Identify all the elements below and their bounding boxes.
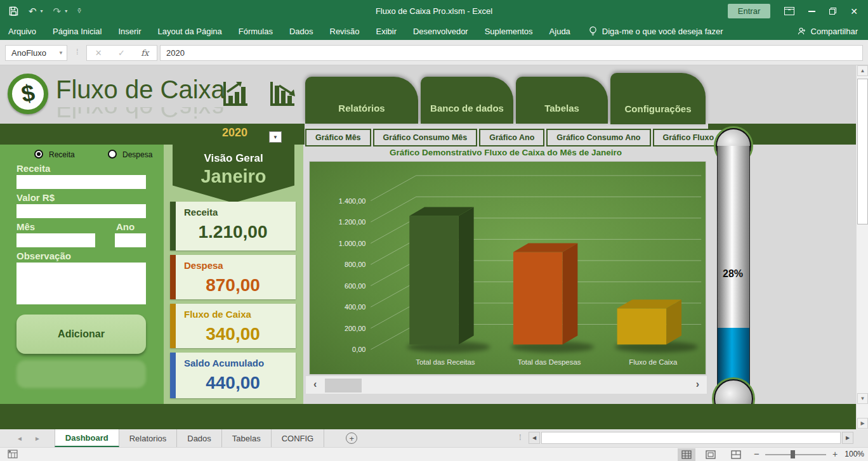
scroll-right-end-icon[interactable]: ▶ [857, 418, 868, 429]
chart-tab-grafico-mes[interactable]: Gráfico Mês [305, 129, 371, 146]
card-value: 440,00 [170, 373, 296, 393]
ribbon-tab-ajuda[interactable]: Ajuda [541, 22, 579, 40]
sheet-nav-prev-icon[interactable]: ◄ [16, 435, 23, 442]
mes-input[interactable] [16, 233, 95, 247]
name-box[interactable]: AnoFluxo▼ [5, 45, 67, 61]
chart-tab-grafico-ano[interactable]: Gráfico Ano [479, 129, 544, 146]
formula-bar-divider: ⁞ [76, 47, 79, 56]
confirm-entry-icon[interactable]: ✓ [118, 48, 125, 58]
sheetbar-resize-handle[interactable]: ⁞ [519, 432, 522, 442]
dashboard-tab-relatorios[interactable]: Relatórios [305, 77, 418, 124]
ribbon-tab-layout[interactable]: Layout da Página [150, 22, 230, 40]
mes-field-label: Mês [16, 221, 35, 232]
restore-button[interactable] [829, 8, 836, 15]
ano-input[interactable] [115, 233, 146, 247]
share-button[interactable]: Compartilhar [797, 27, 858, 36]
card-value: 340,00 [170, 324, 296, 344]
formula-input[interactable]: 2020 [160, 45, 863, 61]
ribbon-tab-suplementos[interactable]: Suplementos [477, 22, 541, 40]
dashboard-tab-tabelas[interactable]: Tabelas [516, 77, 608, 124]
app-logo-reflection: Fluxo de Caixa [56, 107, 225, 122]
sign-in-button[interactable]: Entrar [728, 4, 770, 18]
zoom-slider-thumb[interactable] [791, 450, 795, 458]
dollar-logo-icon: $ [8, 74, 48, 114]
sheet-tab-tabelas[interactable]: Tabelas [222, 429, 272, 447]
svg-text:Total das Receitas: Total das Receitas [416, 358, 475, 366]
scroll-up-icon[interactable]: ▲ [857, 65, 868, 76]
ribbon-tab-revisao[interactable]: Revisão [322, 22, 368, 40]
card-saldo-acumulado: Saldo Acumulado440,00 [170, 353, 296, 398]
scroll-right-icon[interactable]: › [696, 379, 699, 390]
hscroll-track[interactable] [541, 432, 841, 444]
ribbon-tab-formulas[interactable]: Fórmulas [230, 22, 281, 40]
tell-me-box[interactable]: Diga-me o que você deseja fazer [589, 26, 723, 37]
ano-field-label: Ano [116, 221, 135, 232]
scroll-down-icon[interactable]: ▼ [857, 393, 868, 404]
svg-text:1.200,00: 1.200,00 [339, 218, 366, 226]
hscroll-left-icon[interactable]: ◀ [529, 432, 540, 444]
view-page-break-button[interactable] [727, 448, 745, 461]
macro-record-icon[interactable] [8, 450, 18, 458]
sheet-tab-config[interactable]: CONFIG [272, 429, 325, 447]
grid-view-icon [681, 450, 692, 459]
insert-function-icon[interactable]: fx [141, 48, 148, 58]
observacao-input[interactable] [16, 263, 146, 304]
ribbon-tab-inserir[interactable]: Inserir [110, 22, 149, 40]
ribbon-display-options-icon[interactable] [784, 7, 794, 15]
receita-radio-label: Receita [49, 150, 75, 159]
zoom-percent-label[interactable]: 100% [841, 450, 864, 458]
new-sheet-button[interactable]: + [346, 432, 357, 444]
sheet-tab-dados[interactable]: Dados [177, 429, 222, 447]
ribbon-tab-pagina-inicial[interactable]: Página Inicial [44, 22, 110, 40]
adicionar-button[interactable]: Adicionar [16, 315, 146, 354]
ribbon-tab-exibir[interactable]: Exibir [367, 22, 405, 40]
sheet-tab-relatorios[interactable]: Relatorios [119, 429, 178, 447]
year-dropdown-button[interactable]: ▼ [269, 131, 282, 143]
svg-text:800,00: 800,00 [345, 261, 365, 268]
close-button[interactable]: ✕ [850, 6, 858, 16]
page-break-icon [731, 450, 741, 459]
card-value: 870,00 [170, 275, 296, 295]
zoom-in-button[interactable]: + [832, 449, 838, 459]
person-icon [797, 27, 806, 36]
dashboard-tab-banco-de-dados[interactable]: Banco de dados [421, 77, 513, 124]
svg-text:600,00: 600,00 [345, 282, 365, 290]
card-fluxo-de-caixa: Fluxo de Caixa340,00 [170, 304, 296, 348]
card-receita: Receita1.210,00 [170, 202, 296, 250]
view-page-layout-button[interactable] [702, 448, 720, 461]
valor-input[interactable] [16, 204, 146, 218]
chart-tab-grafico-consumo-ano[interactable]: Gráfico Consumo Ano [546, 129, 650, 146]
excel-window: ↶▾ ↷▾ ▿̄ Fluxo de Caixa Pro.xlsm - Excel… [0, 0, 868, 461]
ribbon-tab-arquivo[interactable]: Arquivo [0, 22, 44, 40]
minimize-button[interactable] [808, 11, 815, 12]
sheet-nav-next-icon[interactable]: ► [34, 435, 41, 442]
chart-tab-grafico-consumo-mes[interactable]: Gráfico Consumo Mês [373, 129, 478, 146]
zoom-out-button[interactable]: − [754, 448, 760, 459]
svg-text:1.400,00: 1.400,00 [339, 197, 366, 205]
observacao-field-label: Observação [16, 250, 71, 261]
scrollbar-thumb[interactable] [325, 379, 362, 393]
dashboard-tab-configuracoes[interactable]: Configurações [610, 73, 706, 124]
vertical-scrollbar[interactable]: ▲ ▼ ▶ [856, 65, 868, 429]
sheet-tab-bar: ◄► Dashboard Relatorios Dados Tabelas CO… [0, 429, 868, 447]
despesa-radio-label: Despesa [122, 150, 152, 159]
receita-radio[interactable] [34, 150, 43, 159]
hscroll-right-icon[interactable]: ▶ [842, 432, 853, 444]
formula-bar: AnoFluxo▼ ⁞ ✕ ✓ fx 2020 [0, 40, 868, 65]
zoom-slider-track[interactable] [765, 454, 826, 455]
vscrollbar-thumb[interactable] [857, 79, 868, 224]
ribbon-tab-dados[interactable]: Dados [281, 22, 322, 40]
cancel-entry-icon[interactable]: ✕ [95, 48, 102, 58]
app-logo-title: Fluxo de Caixa [56, 75, 225, 104]
lightbulb-icon [589, 26, 597, 37]
despesa-radio[interactable] [108, 150, 117, 159]
ribbon-tab-desenvolvedor[interactable]: Desenvolvedor [405, 22, 477, 40]
workbook-horizontal-scrollbar[interactable]: ◀ ▶ [529, 432, 853, 444]
view-normal-button[interactable] [678, 448, 695, 461]
scroll-left-icon[interactable]: ‹ [313, 379, 317, 390]
receita-input[interactable] [16, 175, 146, 189]
chart-tab-grafico-fluxo[interactable]: Gráfico Fluxo [653, 129, 725, 146]
chart-scrollbar[interactable]: ‹ › [305, 375, 707, 394]
sheet-tab-dashboard[interactable]: Dashboard [55, 429, 119, 447]
name-box-dropdown-icon[interactable]: ▼ [58, 50, 63, 56]
